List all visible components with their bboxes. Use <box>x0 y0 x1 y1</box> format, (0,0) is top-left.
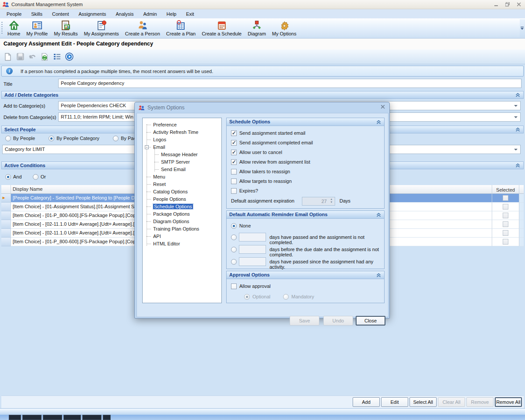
dialog-titlebar[interactable]: System Options <box>135 102 389 113</box>
allow-approval-checkbox[interactable] <box>231 284 237 289</box>
reminder-options-header[interactable]: Default Automatic Reminder Email Options <box>227 211 384 219</box>
row-selected-checkbox[interactable] <box>503 239 508 245</box>
tree-item-catalog-options[interactable]: Catalog Options <box>143 188 221 196</box>
restore-icon[interactable] <box>504 1 511 7</box>
collapse-chevron-icon[interactable] <box>515 93 520 98</box>
taskbar-window-button[interactable] <box>63 415 81 420</box>
allow-user-cancel-checkbox[interactable] <box>231 150 237 155</box>
toolbar-overflow-button[interactable] <box>520 19 525 38</box>
refresh-icon[interactable] <box>40 52 49 61</box>
list-icon[interactable] <box>52 52 61 61</box>
reminder-none-radio[interactable] <box>231 223 237 229</box>
and-radio[interactable] <box>5 174 11 180</box>
or-radio[interactable] <box>33 174 38 180</box>
menu-help[interactable]: Help <box>162 10 182 18</box>
row-selector[interactable] <box>1 238 11 246</box>
remove-all-button[interactable]: Remove All <box>495 397 522 407</box>
reminder-no-activity-radio[interactable] <box>231 259 237 265</box>
menu-admin[interactable]: Admin <box>138 10 161 18</box>
toolbar-create-person-button[interactable]: Create a Person <box>122 19 163 37</box>
dialog-close-icon[interactable] <box>381 104 385 110</box>
days-passed-input[interactable] <box>239 233 266 242</box>
tree-item-preference[interactable]: Preference <box>143 121 221 129</box>
reminder-days-passed-radio[interactable] <box>231 234 237 240</box>
row-selector[interactable]: ▸ <box>1 194 11 203</box>
collapse-chevron-icon[interactable] <box>376 120 381 125</box>
run-icon[interactable] <box>65 52 74 61</box>
tree-item-logos[interactable]: Logos <box>143 136 221 144</box>
allow-review-checkbox[interactable] <box>231 159 237 165</box>
toolbar-create-schedule-button[interactable]: Create a Schedule <box>199 19 245 37</box>
allow-targets-reassign-checkbox[interactable] <box>231 178 237 184</box>
toolbar-my-assignments-button[interactable]: My Assignments <box>81 19 122 37</box>
days-before-due-input[interactable] <box>239 245 266 254</box>
taskbar-window-button[interactable] <box>82 415 102 420</box>
menu-exit[interactable]: Exit <box>181 10 199 18</box>
toolbar-home-button[interactable]: Home <box>4 19 23 37</box>
tree-item-reset[interactable]: Reset <box>143 181 221 188</box>
toolbar-my-results-button[interactable]: My Results <box>51 19 80 37</box>
add-button[interactable]: Add <box>353 397 380 407</box>
tree-item-api[interactable]: API <box>143 233 221 240</box>
tree-item-smtp-server[interactable]: SMTP Server <box>143 158 221 166</box>
row-selected-checkbox[interactable] <box>503 195 508 201</box>
collapse-chevron-icon[interactable] <box>376 273 381 278</box>
select-all-button[interactable]: Select All <box>410 397 437 407</box>
edit-button[interactable]: Edit <box>381 397 408 407</box>
column-header-selected[interactable]: Selected <box>492 185 519 194</box>
taskbar-window-button[interactable] <box>22 415 42 420</box>
tree-item-training-plan-options[interactable]: Training Plan Options <box>143 225 221 233</box>
new-document-icon[interactable] <box>4 52 12 61</box>
menu-analysis[interactable]: Analysis <box>111 10 138 18</box>
tree-item-html-editor[interactable]: HTML Editor <box>143 240 221 248</box>
title-input[interactable]: People Category dependency <box>58 79 522 88</box>
row-selector[interactable] <box>1 220 11 229</box>
by-people-radio[interactable] <box>5 136 11 141</box>
menu-assignments[interactable]: Assignments <box>74 10 111 18</box>
taskbar-window-button[interactable] <box>43 415 62 420</box>
undo-icon[interactable] <box>28 52 37 61</box>
toolbar-grip[interactable] <box>1 22 3 35</box>
section-add-delete-categories[interactable]: Add / Delete Categories <box>1 91 524 99</box>
taskbar-window-button[interactable] <box>103 415 111 420</box>
minimize-icon[interactable] <box>493 1 500 7</box>
tree-collapse-box[interactable]: − <box>145 145 149 149</box>
collapse-chevron-icon[interactable] <box>515 127 520 132</box>
approval-options-header[interactable]: Approval Options <box>227 271 384 279</box>
tree-item-message-header[interactable]: Message Header <box>143 151 221 158</box>
row-selector[interactable] <box>1 211 11 220</box>
row-selected-checkbox[interactable] <box>503 230 508 236</box>
days-no-activity-input[interactable] <box>239 257 266 266</box>
row-selector[interactable] <box>1 203 11 211</box>
menu-skills[interactable]: Skills <box>26 10 47 18</box>
send-started-email-checkbox[interactable] <box>231 130 237 136</box>
allow-takers-reassign-checkbox[interactable] <box>231 169 237 175</box>
close-icon[interactable] <box>515 1 522 7</box>
tree-item-email[interactable]: −Email <box>143 144 221 151</box>
collapse-chevron-icon[interactable] <box>376 213 381 217</box>
toolbar-my-options-button[interactable]: My Options <box>269 19 300 37</box>
toolbar-diagram-button[interactable]: Diagram <box>245 19 269 37</box>
by-people-category-radio[interactable] <box>49 136 54 141</box>
tree-item-schedule-options[interactable]: Schedule Options <box>143 203 221 210</box>
row-selector[interactable] <box>1 229 11 238</box>
row-selected-checkbox[interactable] <box>503 204 508 210</box>
tree-item-diagram-options[interactable]: Diagram Options <box>143 218 221 225</box>
row-selected-checkbox[interactable] <box>503 213 508 218</box>
row-selected-checkbox[interactable] <box>503 221 508 227</box>
tree-item-menu[interactable]: Menu <box>143 173 221 181</box>
menu-people[interactable]: People <box>2 10 26 18</box>
reminder-before-due-radio[interactable] <box>231 247 237 252</box>
tree-item-activity-refresh-time[interactable]: Activity Refresh Time <box>143 129 221 136</box>
tree-item-send-email[interactable]: Send Email <box>143 166 221 173</box>
spinner-arrows-icon[interactable]: ▲▼ <box>329 197 334 204</box>
collapse-chevron-icon[interactable] <box>515 163 520 168</box>
expires-checkbox[interactable] <box>231 188 237 194</box>
schedule-options-header[interactable]: Schedule Options <box>227 118 384 126</box>
tree-item-package-options[interactable]: Package Options <box>143 210 221 218</box>
close-button[interactable]: Close <box>356 316 385 326</box>
save-icon[interactable] <box>16 52 24 61</box>
tree-item-people-options[interactable]: People Options <box>143 196 221 203</box>
toolbar-create-plan-button[interactable]: Create a Plan <box>163 19 199 37</box>
toolbar-my-profile-button[interactable]: My Profile <box>23 19 51 37</box>
